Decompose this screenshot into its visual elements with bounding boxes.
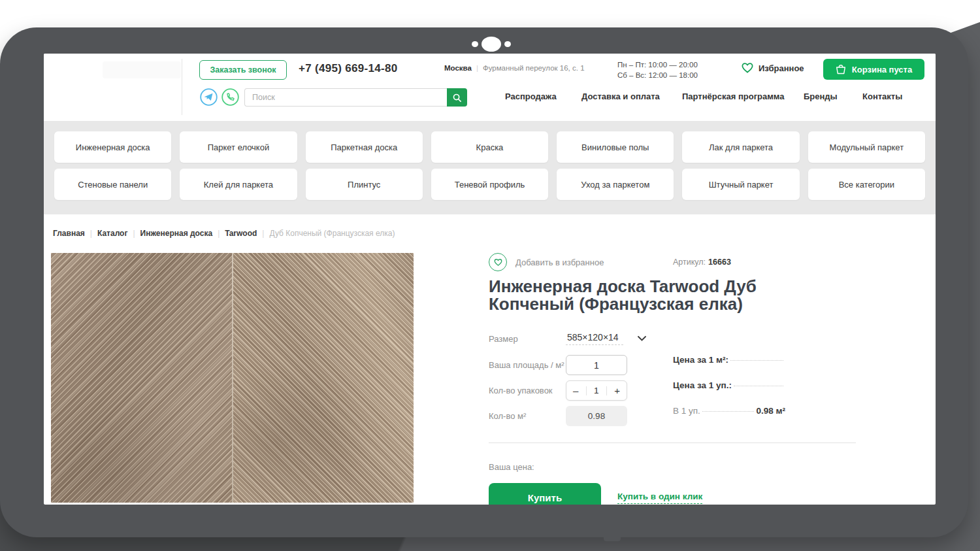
one-click-buy-link[interactable]: Купить в один клик — [617, 492, 702, 504]
search-button[interactable] — [447, 88, 467, 107]
per-pack-label: В 1 уп. — [673, 406, 700, 416]
category-solid-parquet[interactable]: Штучный паркет — [682, 169, 799, 200]
breadcrumb-separator: | — [262, 229, 264, 238]
dotted-leader — [730, 360, 783, 361]
tablet-frame: Заказать звонок +7 (495) 669-14-80 Москв… — [0, 27, 968, 537]
cart-button[interactable]: Корзина пуста — [823, 59, 924, 80]
size-label: Размер — [489, 334, 566, 344]
chevron-down-icon — [638, 336, 646, 341]
hours-weekend: Сб – Вс: 12:00 — 18:00 — [617, 70, 698, 80]
heart-icon — [742, 63, 753, 73]
city-label[interactable]: Москва — [444, 64, 472, 72]
camera-lens-icon — [482, 37, 501, 52]
hours-weekdays: Пн – Пт: 10:00 — 20:00 — [617, 59, 698, 70]
buy-button[interactable]: Купить — [489, 483, 601, 505]
category-care[interactable]: Уход за паркетом — [557, 169, 674, 200]
area-input[interactable] — [566, 355, 627, 375]
breadcrumb-separator: | — [133, 229, 135, 238]
breadcrumb-separator: | — [218, 229, 220, 238]
logo[interactable] — [103, 61, 181, 78]
price-per-m2-row: Цена за 1 м²: — [673, 355, 785, 375]
category-glue[interactable]: Клей для паркета — [180, 169, 297, 200]
wood-seam — [232, 253, 233, 503]
telegram-icon[interactable] — [200, 88, 218, 106]
area-label: Ваша площадь / м² — [489, 360, 566, 370]
search-input[interactable] — [244, 88, 447, 107]
address-label: Фурманный переулок 16, с. 1 — [483, 64, 585, 72]
nav-item-sale[interactable]: Распродажа — [505, 92, 557, 101]
per-pack-row: В 1 уп. 0.98 м² — [673, 406, 785, 426]
header-divider — [182, 59, 182, 115]
price-per-pack-row: Цена за 1 уп.: — [673, 380, 785, 401]
category-engineered-board[interactable]: Инженерная доска — [54, 131, 171, 163]
product-controls: Размер 585×120×14 Ваша площадь / м² — [489, 333, 856, 426]
browser-viewport: Заказать звонок +7 (495) 669-14-80 Москв… — [44, 54, 936, 505]
price-column: Цена за 1 м²: Цена за 1 уп.: В 1 уп. 0.9… — [673, 355, 785, 431]
product-title: Инженерная доска Tarwood Дуб Копченый (Ф… — [489, 278, 845, 313]
wood-board-right — [233, 253, 414, 503]
search-icon — [453, 93, 461, 102]
favorites-link[interactable]: Избранное — [742, 63, 804, 73]
location-separator: | — [476, 64, 478, 72]
basket-icon — [836, 65, 846, 75]
product-image[interactable] — [51, 253, 414, 503]
location: Москва | Фурманный переулок 16, с. 1 — [444, 64, 585, 72]
heart-icon — [494, 259, 502, 266]
category-wall-panels[interactable]: Стеновые панели — [54, 169, 171, 200]
category-skirting[interactable]: Плинтус — [306, 169, 423, 200]
breadcrumb-separator: | — [90, 229, 92, 238]
product-section: Добавить в избранное Артикул:16663 Инжен… — [44, 253, 936, 505]
stepper-divider — [586, 386, 587, 395]
breadcrumb-home[interactable]: Главная — [53, 229, 85, 238]
tablet-camera — [0, 35, 968, 52]
favorites-label: Избранное — [759, 63, 804, 73]
buy-row: Купить Купить в один клик — [489, 483, 856, 505]
search-bar — [244, 88, 467, 107]
add-to-favorites-label: Добавить в избранное — [515, 258, 604, 267]
stepper-minus-button[interactable]: – — [573, 386, 578, 395]
whatsapp-icon[interactable] — [221, 88, 239, 106]
category-herringbone[interactable]: Паркет елочкой — [180, 131, 297, 163]
working-hours: Пн – Пт: 10:00 — 20:00 Сб – Вс: 12:00 — … — [617, 59, 698, 80]
category-shadow-profile[interactable]: Теневой профиль — [431, 169, 548, 200]
size-select[interactable]: 585×120×14 — [566, 332, 623, 345]
category-grid: Инженерная доска Паркет елочкой Паркетна… — [44, 121, 936, 214]
category-parquet-board[interactable]: Паркетная доска — [306, 131, 423, 163]
phone-number[interactable]: +7 (495) 669-14-80 — [299, 62, 397, 75]
nav-item-partner[interactable]: Партнёрская программа — [682, 92, 785, 101]
callback-button[interactable]: Заказать звонок — [199, 60, 287, 80]
sku: Артикул:16663 — [673, 258, 731, 267]
stepper-value[interactable]: 1 — [594, 386, 599, 395]
breadcrumb-engineered-board[interactable]: Инженерная доска — [140, 229, 213, 238]
sqm-value: 0.98 — [566, 406, 627, 426]
sku-value: 16663 — [708, 258, 731, 267]
stepper-plus-button[interactable]: + — [614, 386, 620, 395]
category-vinyl[interactable]: Виниловые полы — [557, 131, 674, 163]
breadcrumb-catalog[interactable]: Каталог — [97, 229, 128, 238]
stepper-divider — [606, 386, 607, 395]
cart-label: Корзина пуста — [852, 65, 912, 75]
category-lacquer[interactable]: Лак для паркета — [682, 131, 799, 163]
dotted-leader — [702, 411, 755, 412]
site-header: Заказать звонок +7 (495) 669-14-80 Москв… — [44, 54, 936, 121]
breadcrumb: Главная | Каталог | Инженерная доска | T… — [53, 229, 936, 238]
camera-dot-icon — [472, 41, 478, 47]
packs-label: Кол-во упаковок — [489, 386, 566, 395]
favorite-row: Добавить в избранное Артикул:16663 — [489, 253, 856, 271]
category-all[interactable]: Все категории — [808, 169, 925, 200]
price-per-pack-label: Цена за 1 уп.: — [673, 380, 732, 390]
dotted-leader — [734, 386, 783, 386]
add-to-favorites-button[interactable] — [489, 253, 507, 271]
category-modular[interactable]: Модульный паркет — [808, 131, 925, 163]
tablet-connector — [604, 535, 621, 541]
nav-item-contacts[interactable]: Контакты — [862, 92, 902, 101]
category-paint[interactable]: Краска — [431, 131, 548, 163]
your-price-label: Ваша цена: — [489, 462, 856, 472]
sqm-row: Кол-во м² 0.98 — [489, 406, 856, 426]
nav-item-delivery[interactable]: Доставка и оплата — [581, 92, 660, 101]
breadcrumb-brand[interactable]: Tarwood — [225, 229, 257, 238]
section-divider — [489, 442, 856, 443]
price-per-m2-label: Цена за 1 м²: — [673, 355, 728, 365]
sqm-label: Кол-во м² — [489, 411, 566, 421]
nav-item-brands[interactable]: Бренды — [804, 92, 838, 101]
